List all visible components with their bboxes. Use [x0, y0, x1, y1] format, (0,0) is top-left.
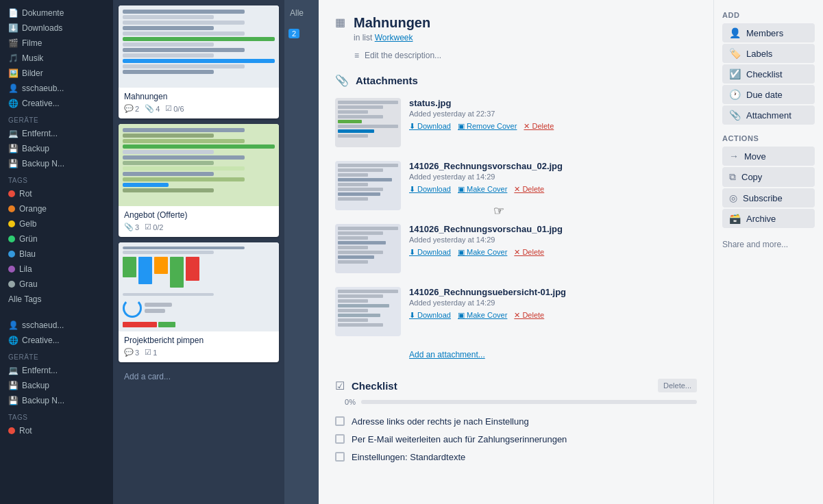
- sidebar-item-backup[interactable]: 💾 Backup: [0, 141, 113, 156]
- card-detail: ▦ Mahnungen in list Workweek ≡ Edit the …: [319, 0, 713, 504]
- checklist-button[interactable]: ☑️ Checklist: [722, 64, 815, 84]
- sidebar-item-musik[interactable]: 🎵 Musik: [0, 51, 113, 66]
- add-card-button[interactable]: Add a card...: [119, 368, 279, 386]
- checklist-checkbox-1[interactable]: [335, 416, 345, 426]
- sidebar-tag-rot2[interactable]: Rot: [0, 423, 113, 438]
- sidebar-item-backup2[interactable]: 💾 Backup N...: [0, 156, 113, 171]
- sidebar-tag-gelb[interactable]: Gelb: [0, 216, 113, 231]
- creative-icon: 🌐: [8, 99, 18, 108]
- alle-panel: Alle 2: [284, 0, 319, 504]
- attachment-ru01-delete[interactable]: ✕ Delete: [514, 311, 544, 320]
- card-angebot[interactable]: Angebot (Offerte) 📎 3 ☑ 0/2: [119, 124, 279, 237]
- orange-dot: [8, 205, 15, 212]
- subscribe-icon: ◎: [729, 192, 737, 203]
- sidebar-item-entfernte2[interactable]: 💻 Entfernt...: [0, 363, 113, 378]
- attachment-button[interactable]: 📎 Attachment: [722, 105, 815, 125]
- filme-icon: 🎬: [8, 38, 18, 48]
- sidebar-item-bilder[interactable]: 🖼️ Bilder: [0, 66, 113, 81]
- sidebar-tag-blau[interactable]: Blau: [0, 247, 113, 262]
- attachment-ru01-info: 141026_Rechnungsuebersicht-01.jpg Added …: [409, 287, 697, 320]
- attachment-ru01-make-cover[interactable]: ▣ Make Cover: [458, 311, 507, 320]
- blau-dot: [8, 251, 15, 257]
- attachment-rv02-delete[interactable]: ✕ Delete: [514, 185, 544, 194]
- checklist-delete-button[interactable]: Delete...: [658, 379, 697, 392]
- move-button[interactable]: → Move: [722, 147, 815, 166]
- card-projektbericht-thumbnail: [119, 242, 279, 331]
- attachment-rv01-info: 141026_Rechnungsvorschau_01.jpg Added ye…: [409, 224, 697, 257]
- sidebar-item-sschaeub[interactable]: 👤 sschaeub...: [0, 81, 113, 96]
- due-date-button[interactable]: 🕐 Due date: [722, 85, 815, 104]
- checklist-item-3: Einstellungen: Standardtexte: [335, 449, 697, 466]
- checklist-title: Checklist: [352, 380, 397, 392]
- add-attachment-link[interactable]: Add an attachment...: [409, 347, 697, 362]
- sidebar-tag-grau[interactable]: Grau: [0, 277, 113, 292]
- attachment-ru01-thumb: [335, 287, 401, 336]
- sidebar-tag-rot[interactable]: Rot: [0, 186, 113, 201]
- sidebar-item-downloads[interactable]: ⬇️ Downloads: [0, 21, 113, 36]
- checklist-count: ☑ 0/6: [165, 104, 184, 113]
- share-more-link[interactable]: Share and more...: [722, 237, 788, 252]
- sidebar-item-backup4[interactable]: 💾 Backup N...: [0, 393, 113, 408]
- sidebar-item-dokumente[interactable]: 📄 Dokumente: [0, 5, 113, 21]
- attachment-status-remove-cover[interactable]: ▣ Remove Cover: [458, 122, 517, 131]
- checklist-text-3: Einstellungen: Standardtexte: [352, 451, 465, 464]
- sidebar-item-entfernte[interactable]: 💻 Entfernt...: [0, 126, 113, 141]
- description-hint[interactable]: ≡ Edit the description...: [335, 51, 697, 60]
- sidebar-item-creative[interactable]: 🌐 Creative...: [0, 96, 113, 111]
- attachment-status-download[interactable]: ⬇ Download: [409, 122, 451, 131]
- sidebar-item-filme[interactable]: 🎬 Filme: [0, 36, 113, 51]
- sschaeub-icon: 👤: [8, 84, 18, 93]
- attachment-rv02-thumb: [335, 161, 401, 210]
- checklist-text-1: Adresse links oder rechts je nach Einste…: [352, 416, 529, 428]
- labels-button[interactable]: 🏷️ Labels: [722, 44, 815, 63]
- sidebar-item-creative2[interactable]: 🌐 Creative...: [0, 333, 113, 348]
- right-panel: Add 👤 Members 🏷️ Labels ☑️ Checklist 🕐 D…: [713, 0, 823, 504]
- rot2-dot: [8, 427, 15, 434]
- card-detail-header: ▦ Mahnungen in list Workweek: [335, 14, 697, 42]
- entfernte-icon: 💻: [8, 129, 18, 138]
- attachment-rv02-make-cover[interactable]: ▣ Make Cover: [458, 185, 507, 194]
- card-angebot-thumbnail: [119, 124, 279, 206]
- card-projektbericht[interactable]: Projektbericht pimpen 💬 3 ☑ 1: [119, 242, 279, 362]
- lila-dot: [8, 266, 15, 273]
- checklist-checkbox-3[interactable]: [335, 452, 345, 462]
- attachment-ru01-actions: ⬇ Download ▣ Make Cover ✕ Delete: [409, 311, 697, 320]
- backup2-icon: 💾: [8, 159, 18, 168]
- geraete-label: GERÄTE: [0, 111, 113, 126]
- attachment-ru01-date: Added yesterday at 14:29: [409, 299, 697, 307]
- card-mahnungen[interactable]: Mahnungen 💬 2 📎 4 ☑ 0/6: [119, 5, 279, 118]
- entfernte2-icon: 💻: [8, 366, 18, 375]
- attachment-rv01-name: 141026_Rechnungsvorschau_01.jpg: [409, 224, 697, 234]
- card-mahnungen-title: Mahnungen: [124, 92, 273, 101]
- attachment-ru01-download[interactable]: ⬇ Download: [409, 311, 451, 320]
- attachment-rv01-date: Added yesterday at 14:29: [409, 236, 697, 244]
- attachment-rv01-download[interactable]: ⬇ Download: [409, 248, 451, 257]
- card-angebot-meta: 📎 3 ☑ 0/2: [124, 223, 273, 231]
- attachment-rv02-info: 141026_Rechnungsvorschau_02.jpg Added ye…: [409, 161, 697, 194]
- card-detail-list-info: in list Workweek: [354, 33, 430, 42]
- attachment-btn-icon: 📎: [729, 110, 741, 121]
- checklist-icon: ☑: [335, 379, 345, 392]
- sidebar-tag-gruen[interactable]: Grün: [0, 231, 113, 247]
- sidebar-item-sschaeub2[interactable]: 👤 sschaeud...: [0, 318, 113, 333]
- sidebar-item-backup3[interactable]: 💾 Backup: [0, 378, 113, 393]
- sidebar-tag-lila[interactable]: Lila: [0, 262, 113, 277]
- copy-button[interactable]: ⧉ Copy: [722, 167, 815, 187]
- progress-bar-bg: [361, 400, 697, 404]
- attachment-rv02-download[interactable]: ⬇ Download: [409, 185, 451, 194]
- members-button[interactable]: 👤 Members: [722, 23, 815, 42]
- labels-icon: 🏷️: [729, 48, 741, 59]
- attachment-rv01-delete[interactable]: ✕ Delete: [514, 248, 544, 257]
- attachment-status-delete[interactable]: ✕ Delete: [524, 122, 554, 131]
- sidebar-tag-orange[interactable]: Orange: [0, 201, 113, 216]
- due-date-icon: 🕐: [729, 89, 741, 100]
- archive-button[interactable]: 🗃️ Archive: [722, 209, 815, 228]
- attachment-count2: 📎 3: [124, 223, 139, 231]
- subscribe-button[interactable]: ◎ Subscribe: [722, 188, 815, 207]
- attachment-rv01-make-cover[interactable]: ▣ Make Cover: [458, 248, 507, 257]
- card-detail-list-link[interactable]: Workweek: [375, 33, 413, 42]
- sidebar-alle-tags[interactable]: Alle Tags: [0, 292, 113, 307]
- checklist-item-2: Per E-Mail weiterleiten auch für Zahlung…: [335, 431, 697, 449]
- checklist-checkbox-2[interactable]: [335, 434, 345, 444]
- move-icon: →: [729, 151, 739, 162]
